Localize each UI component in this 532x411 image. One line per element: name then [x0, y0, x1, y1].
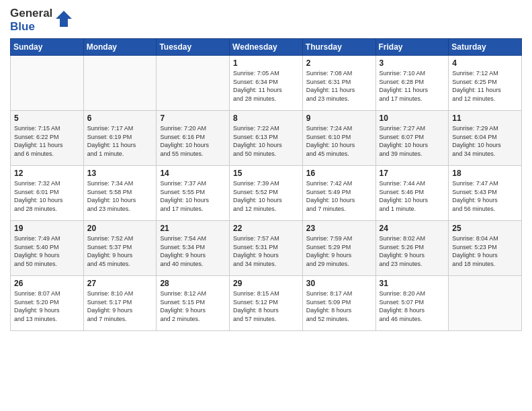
calendar-cell: 5Sunrise: 7:15 AM Sunset: 6:22 PM Daylig… [11, 111, 84, 166]
day-info: Sunrise: 7:57 AM Sunset: 5:31 PM Dayligh… [233, 234, 299, 268]
day-info: Sunrise: 7:34 AM Sunset: 5:58 PM Dayligh… [87, 179, 153, 213]
day-info: Sunrise: 7:47 AM Sunset: 5:43 PM Dayligh… [452, 179, 518, 213]
day-number: 10 [380, 113, 445, 123]
calendar-cell: 17Sunrise: 7:44 AM Sunset: 5:46 PM Dayli… [375, 166, 449, 221]
calendar-cell: 18Sunrise: 7:47 AM Sunset: 5:43 PM Dayli… [449, 166, 522, 221]
day-info: Sunrise: 7:08 AM Sunset: 6:31 PM Dayligh… [306, 69, 372, 103]
week-row-1: 1Sunrise: 7:05 AM Sunset: 6:34 PM Daylig… [11, 56, 522, 111]
day-number: 3 [380, 58, 445, 68]
weekday-header-row: SundayMondayTuesdayWednesdayThursdayFrid… [11, 39, 522, 56]
day-number: 2 [306, 58, 372, 68]
calendar-cell: 21Sunrise: 7:54 AM Sunset: 5:34 PM Dayli… [157, 221, 230, 276]
calendar-cell [157, 56, 230, 111]
day-number: 28 [160, 279, 226, 288]
day-number: 1 [233, 58, 299, 68]
day-number: 27 [87, 279, 153, 288]
calendar-cell: 14Sunrise: 7:37 AM Sunset: 5:55 PM Dayli… [157, 166, 230, 221]
day-info: Sunrise: 7:59 AM Sunset: 5:29 PM Dayligh… [306, 234, 372, 268]
calendar-cell: 30Sunrise: 8:17 AM Sunset: 5:09 PM Dayli… [302, 276, 375, 331]
calendar-body: 1Sunrise: 7:05 AM Sunset: 6:34 PM Daylig… [11, 56, 522, 331]
day-number: 8 [233, 113, 299, 123]
weekday-header-sunday: Sunday [11, 39, 84, 56]
calendar-cell: 31Sunrise: 8:20 AM Sunset: 5:07 PM Dayli… [375, 276, 449, 331]
calendar-cell: 22Sunrise: 7:57 AM Sunset: 5:31 PM Dayli… [230, 221, 303, 276]
day-number: 9 [306, 113, 372, 123]
day-number: 20 [87, 224, 153, 233]
calendar-cell: 12Sunrise: 7:32 AM Sunset: 6:01 PM Dayli… [11, 166, 84, 221]
calendar-header: SundayMondayTuesdayWednesdayThursdayFrid… [11, 39, 522, 56]
day-number: 26 [14, 279, 80, 288]
day-info: Sunrise: 7:10 AM Sunset: 6:28 PM Dayligh… [380, 69, 445, 103]
header: General Blue [10, 7, 522, 33]
day-info: Sunrise: 7:37 AM Sunset: 5:55 PM Dayligh… [160, 179, 226, 213]
calendar-cell: 10Sunrise: 7:27 AM Sunset: 6:07 PM Dayli… [375, 111, 449, 166]
day-number: 22 [233, 224, 299, 233]
day-info: Sunrise: 8:12 AM Sunset: 5:15 PM Dayligh… [160, 289, 226, 323]
day-info: Sunrise: 7:54 AM Sunset: 5:34 PM Dayligh… [160, 234, 226, 268]
day-number: 6 [87, 113, 153, 123]
calendar-table: SundayMondayTuesdayWednesdayThursdayFrid… [10, 38, 522, 331]
day-number: 5 [14, 113, 80, 123]
day-info: Sunrise: 8:04 AM Sunset: 5:23 PM Dayligh… [452, 234, 518, 268]
day-info: Sunrise: 7:05 AM Sunset: 6:34 PM Dayligh… [233, 69, 299, 103]
logo: General Blue [10, 7, 73, 33]
weekday-header-wednesday: Wednesday [230, 39, 303, 56]
calendar-cell: 23Sunrise: 7:59 AM Sunset: 5:29 PM Dayli… [302, 221, 375, 276]
day-info: Sunrise: 7:52 AM Sunset: 5:37 PM Dayligh… [87, 234, 153, 268]
day-info: Sunrise: 8:02 AM Sunset: 5:26 PM Dayligh… [380, 234, 445, 268]
week-row-2: 5Sunrise: 7:15 AM Sunset: 6:22 PM Daylig… [11, 111, 522, 166]
logo-general: General [10, 7, 52, 20]
calendar-cell: 6Sunrise: 7:17 AM Sunset: 6:19 PM Daylig… [83, 111, 157, 166]
day-number: 17 [380, 169, 445, 178]
weekday-header-monday: Monday [83, 39, 157, 56]
day-number: 15 [233, 169, 299, 178]
calendar-cell: 8Sunrise: 7:22 AM Sunset: 6:13 PM Daylig… [230, 111, 303, 166]
calendar-cell: 13Sunrise: 7:34 AM Sunset: 5:58 PM Dayli… [83, 166, 157, 221]
day-info: Sunrise: 7:12 AM Sunset: 6:25 PM Dayligh… [452, 69, 518, 103]
day-number: 7 [160, 113, 226, 123]
day-number: 14 [160, 169, 226, 178]
day-info: Sunrise: 7:39 AM Sunset: 5:52 PM Dayligh… [233, 179, 299, 213]
day-number: 11 [452, 113, 518, 123]
day-info: Sunrise: 7:22 AM Sunset: 6:13 PM Dayligh… [233, 124, 299, 158]
day-number: 31 [380, 279, 445, 288]
day-info: Sunrise: 8:07 AM Sunset: 5:20 PM Dayligh… [14, 289, 80, 323]
calendar-cell: 1Sunrise: 7:05 AM Sunset: 6:34 PM Daylig… [230, 56, 303, 111]
calendar-cell: 4Sunrise: 7:12 AM Sunset: 6:25 PM Daylig… [449, 56, 522, 111]
day-info: Sunrise: 7:29 AM Sunset: 6:04 PM Dayligh… [452, 124, 518, 158]
calendar-cell: 16Sunrise: 7:42 AM Sunset: 5:49 PM Dayli… [302, 166, 375, 221]
calendar-cell: 24Sunrise: 8:02 AM Sunset: 5:26 PM Dayli… [375, 221, 449, 276]
week-row-5: 26Sunrise: 8:07 AM Sunset: 5:20 PM Dayli… [11, 276, 522, 331]
calendar-cell: 27Sunrise: 8:10 AM Sunset: 5:17 PM Dayli… [83, 276, 157, 331]
calendar-cell: 19Sunrise: 7:49 AM Sunset: 5:40 PM Dayli… [11, 221, 84, 276]
day-info: Sunrise: 7:49 AM Sunset: 5:40 PM Dayligh… [14, 234, 80, 268]
day-info: Sunrise: 7:24 AM Sunset: 6:10 PM Dayligh… [306, 124, 372, 158]
calendar-cell: 28Sunrise: 8:12 AM Sunset: 5:15 PM Dayli… [157, 276, 230, 331]
calendar-cell: 26Sunrise: 8:07 AM Sunset: 5:20 PM Dayli… [11, 276, 84, 331]
day-info: Sunrise: 7:20 AM Sunset: 6:16 PM Dayligh… [160, 124, 226, 158]
logo-blue: Blue [10, 20, 52, 34]
week-row-3: 12Sunrise: 7:32 AM Sunset: 6:01 PM Dayli… [11, 166, 522, 221]
day-number: 12 [14, 169, 80, 178]
day-number: 19 [14, 224, 80, 233]
day-info: Sunrise: 7:17 AM Sunset: 6:19 PM Dayligh… [87, 124, 153, 158]
day-number: 24 [380, 224, 445, 233]
day-info: Sunrise: 8:17 AM Sunset: 5:09 PM Dayligh… [306, 289, 372, 323]
day-number: 21 [160, 224, 226, 233]
day-number: 23 [306, 224, 372, 233]
calendar-cell: 29Sunrise: 8:15 AM Sunset: 5:12 PM Dayli… [230, 276, 303, 331]
day-info: Sunrise: 7:42 AM Sunset: 5:49 PM Dayligh… [306, 179, 372, 213]
day-number: 16 [306, 169, 372, 178]
weekday-header-friday: Friday [375, 39, 449, 56]
weekday-header-thursday: Thursday [302, 39, 375, 56]
calendar-cell: 25Sunrise: 8:04 AM Sunset: 5:23 PM Dayli… [449, 221, 522, 276]
day-info: Sunrise: 8:15 AM Sunset: 5:12 PM Dayligh… [233, 289, 299, 323]
day-info: Sunrise: 8:20 AM Sunset: 5:07 PM Dayligh… [380, 289, 445, 323]
day-info: Sunrise: 7:44 AM Sunset: 5:46 PM Dayligh… [380, 179, 445, 213]
calendar-container: General Blue SundayMondayTuesdayWednesda… [0, 0, 532, 338]
day-number: 13 [87, 169, 153, 178]
calendar-cell [83, 56, 157, 111]
day-number: 18 [452, 169, 518, 178]
day-number: 4 [452, 58, 518, 68]
calendar-cell: 11Sunrise: 7:29 AM Sunset: 6:04 PM Dayli… [449, 111, 522, 166]
